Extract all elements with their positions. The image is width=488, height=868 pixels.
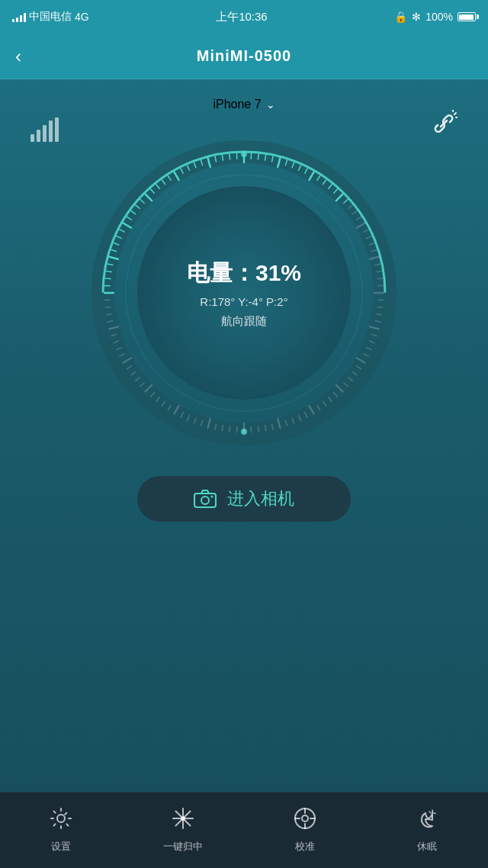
svg-line-110 (131, 211, 136, 214)
svg-line-88 (124, 358, 131, 363)
svg-line-124 (215, 156, 216, 162)
svg-line-44 (371, 334, 377, 336)
svg-line-65 (265, 426, 266, 431)
svg-line-22 (334, 189, 338, 193)
svg-line-18 (310, 172, 314, 180)
svg-line-70 (230, 426, 230, 432)
link-icon[interactable] (430, 110, 458, 143)
svg-line-62 (285, 420, 287, 426)
svg-line-77 (181, 413, 183, 417)
svg-line-109 (127, 217, 132, 220)
svg-line-106 (117, 236, 121, 239)
svg-line-57 (317, 406, 320, 410)
svg-line-79 (168, 406, 171, 410)
svg-line-87 (127, 366, 132, 369)
svg-line-105 (114, 243, 119, 245)
svg-line-31 (369, 243, 374, 245)
svg-line-45 (369, 341, 374, 343)
svg-line-17 (305, 169, 307, 173)
svg-line-12 (272, 156, 273, 162)
svg-line-108 (124, 223, 131, 228)
svg-line-63 (278, 419, 280, 428)
home-icon (172, 807, 194, 835)
chevron-down-icon: ⌄ (266, 98, 275, 111)
camera-button[interactable]: 进入相机 (137, 476, 351, 522)
svg-line-118 (175, 172, 179, 180)
svg-line-93 (109, 326, 118, 329)
svg-line-83 (146, 385, 152, 391)
back-button[interactable]: ‹ (15, 46, 21, 67)
network-type: 4G (75, 11, 89, 23)
settings-label: 设置 (51, 840, 71, 854)
svg-line-116 (162, 180, 165, 185)
svg-line-53 (336, 385, 342, 391)
svg-line-26 (352, 211, 357, 214)
svg-line-54 (334, 393, 338, 397)
svg-line-84 (140, 383, 144, 387)
nav-calibrate[interactable]: 校准 (244, 807, 366, 854)
svg-line-55 (329, 397, 332, 401)
svg-line-49 (357, 366, 361, 369)
svg-line-123 (208, 158, 210, 167)
svg-line-96 (105, 307, 111, 307)
svg-line-41 (377, 314, 382, 315)
selected-device: iPhone 7 (213, 98, 261, 111)
svg-line-13 (278, 158, 280, 167)
svg-line-46 (367, 348, 371, 350)
svg-line-121 (194, 162, 196, 168)
svg-line-40 (377, 307, 383, 307)
svg-line-126 (230, 154, 230, 159)
svg-line-100 (105, 278, 111, 279)
nav-settings[interactable]: 设置 (0, 807, 122, 854)
nav-home[interactable]: 一键归中 (122, 807, 244, 854)
svg-line-91 (114, 341, 119, 343)
carrier-name: 中国电信 (29, 10, 72, 24)
svg-line-111 (136, 205, 140, 208)
svg-line-15 (292, 162, 294, 168)
nav-sleep[interactable]: 休眠 (366, 807, 488, 854)
bottom-nav: 设置 一键归中 校准 (0, 792, 488, 868)
svg-line-102 (108, 264, 113, 265)
svg-line-60 (299, 416, 301, 420)
device-title: MiniMI-0500 (197, 47, 291, 65)
status-right: 🔒 ✻ 100% (394, 11, 476, 23)
svg-line-125 (222, 155, 223, 160)
svg-line-81 (156, 397, 159, 401)
svg-line-114 (151, 189, 155, 193)
svg-line-80 (162, 401, 165, 406)
svg-line-104 (111, 249, 117, 251)
camera-icon (194, 490, 217, 508)
carrier-signal-icon (12, 11, 26, 22)
nav-bar: ‹ MiniMI-0500 (0, 34, 488, 79)
svg-line-101 (106, 271, 111, 272)
svg-line-75 (194, 418, 196, 423)
svg-line-64 (272, 424, 273, 429)
svg-point-129 (201, 497, 209, 504)
svg-line-86 (131, 371, 136, 375)
svg-line-56 (323, 401, 326, 406)
svg-line-89 (120, 354, 124, 356)
settings-icon (50, 807, 72, 835)
svg-line-94 (108, 321, 113, 322)
svg-line-21 (329, 185, 332, 188)
svg-line-61 (292, 418, 294, 423)
device-selector[interactable]: iPhone 7 ⌄ (213, 87, 274, 117)
status-time: 上午10:36 (216, 10, 268, 24)
svg-line-11 (265, 155, 266, 160)
svg-line-16 (299, 166, 301, 170)
svg-line-90 (117, 348, 121, 350)
svg-line-30 (367, 236, 371, 239)
svg-line-103 (109, 257, 118, 259)
svg-line-82 (151, 393, 155, 397)
svg-line-112 (140, 200, 144, 204)
svg-line-73 (208, 419, 210, 428)
svg-line-29 (364, 230, 368, 232)
status-bar: 中国电信 4G 上午10:36 🔒 ✻ 100% (0, 0, 488, 34)
svg-point-131 (57, 815, 65, 822)
svg-rect-128 (194, 493, 216, 507)
svg-line-78 (175, 406, 179, 413)
svg-line-25 (348, 205, 352, 208)
signal-strength-icon (30, 117, 59, 142)
svg-line-43 (370, 326, 379, 329)
svg-line-115 (156, 185, 159, 188)
